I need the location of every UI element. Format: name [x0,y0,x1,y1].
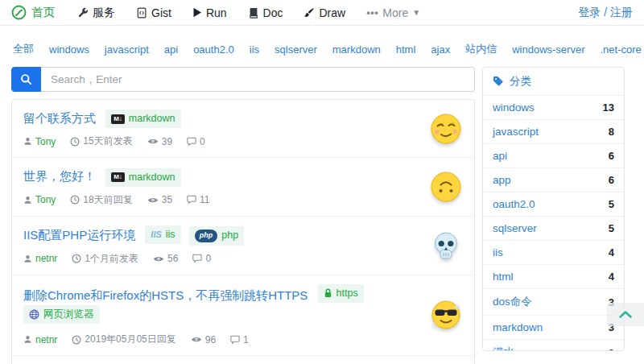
comments-count: 1 [243,334,249,345]
markdown-icon: M↓ [111,114,125,124]
tag-filter-bar: 全部 windows javascript api oauth2.0 iis s… [0,26,644,56]
badge-label: iis [166,227,175,242]
category-count: 4 [609,271,614,283]
home-brand-link[interactable]: 首页 [11,5,55,20]
tag-iis[interactable]: iis [250,43,259,56]
time-text: 15天前发表 [83,134,132,148]
tag-oauth2[interactable]: oauth2.0 [193,43,234,56]
tag-icon [493,76,504,87]
tag-windows[interactable]: windows [49,43,89,56]
categories-title: 分类 [510,74,531,89]
post-time: 1个月前发表 [72,252,138,266]
tag-all[interactable]: 全部 [13,42,34,56]
post-tag-https[interactable]: https [318,284,364,303]
avatar [429,113,463,145]
tag-api[interactable]: api [164,43,178,56]
post-row: Asp.Net MVC5 + EF6的项目发布到Linux上，基于Mono的Je… [12,356,474,364]
search-button[interactable] [11,67,41,92]
time-text: 1个月前发表 [85,252,138,266]
category-label: 灌水 [493,345,514,351]
post-comments: 0 [187,136,205,147]
nav-item-services[interactable]: 服务 [77,6,115,20]
sidebar-item-guanshui[interactable]: 灌水 3 [483,340,624,351]
author-name: netnr [35,253,57,264]
post-author[interactable]: Tony [23,136,56,147]
brush-icon [303,7,315,19]
sunglasses-face-emoji [430,299,462,331]
post-author[interactable]: netnr [23,253,57,264]
tag-windows-server[interactable]: windows-server [512,43,584,56]
tag-zhanneixin[interactable]: 站内信 [465,42,497,56]
post-tag-markdown[interactable]: M↓ markdown [105,110,180,128]
sidebar-item-oauth2[interactable]: oauth2.0 5 [483,192,624,217]
upside-down-face-emoji [430,171,462,203]
tag-netcore[interactable]: .net-core [600,43,641,56]
post-row: 删除Chrome和Firefox的HSTS，不再强制跳转HTTPS https [12,275,474,356]
login-register-link[interactable]: 登录 / 注册 [578,6,633,20]
category-label: windows [493,101,535,114]
nav-item-run[interactable]: Run [192,6,227,19]
sidebar-item-windows[interactable]: windows 13 [483,96,624,120]
post-tag-iis[interactable]: IIS iis [145,225,180,244]
posts-list: 留个联系方式 M↓ markdown Tony 15天 [11,99,475,364]
smirk-face-emoji [430,113,462,145]
category-count: 5 [609,198,614,210]
category-label: sqlserver [493,222,537,234]
badge-label: php [221,228,238,243]
search-bar [11,67,475,92]
sidebar-item-iis[interactable]: iis 4 [483,241,624,265]
views-count: 56 [167,253,178,264]
time-text: 2019年05月05日回复 [85,333,175,346]
comments-count: 0 [205,253,211,264]
sidebar-item-javascript[interactable]: javascript 8 [483,120,624,144]
post-tag-markdown[interactable]: M↓ markdown [105,168,180,187]
post-row: 世界，您好！ M↓ markdown Tony 18天 [12,158,474,216]
tag-javascript[interactable]: javascript [105,43,149,56]
sidebar-item-api[interactable]: api 6 [483,144,624,168]
comments-count: 11 [200,194,209,205]
search-input[interactable] [41,67,475,92]
sidebar-item-markdown[interactable]: markdown 3 [483,316,624,340]
tag-html[interactable]: html [396,43,416,56]
search-icon [20,73,32,85]
nav-item-doc[interactable]: Doc [248,6,283,19]
navbar: 首页 服务 Gist Run Doc [0,0,644,26]
badge-label: https [336,286,358,301]
back-to-top-button[interactable] [607,303,644,326]
post-row: 留个联系方式 M↓ markdown Tony 15天 [12,100,474,158]
badge-label: markdown [129,111,175,126]
wrench-icon [77,7,89,19]
tag-ajax[interactable]: ajax [431,43,450,56]
nav-label: Draw [319,6,345,19]
person-icon [23,196,32,205]
sidebar-item-app[interactable]: app 6 [483,168,624,192]
post-tag-browser[interactable]: 网页浏览器 [23,305,100,324]
post-tag-php[interactable]: php php [189,226,244,245]
views-count: 39 [162,136,172,147]
iis-icon: IIS [151,228,161,242]
post-title-link[interactable]: IIS配置PHP运行环境 [23,228,135,242]
post-comments: 0 [192,253,211,264]
views-count: 96 [205,334,216,345]
post-author[interactable]: netnr [23,334,57,345]
sidebar-item-dos[interactable]: dos命令 3 [483,289,624,316]
post-title-link[interactable]: 删除Chrome和Firefox的HSTS，不再强制跳转HTTPS [23,288,308,302]
person-icon [23,254,32,263]
nav-item-more[interactable]: ••• More ▼ [366,6,420,19]
category-label: oauth2.0 [493,198,535,210]
category-label: iis [493,246,503,259]
post-author[interactable]: Tony [23,194,56,205]
post-title-link[interactable]: 留个联系方式 [23,111,96,125]
avatar [429,299,463,331]
comments-count: 0 [200,136,205,147]
post-title-link[interactable]: 世界，您好！ [23,169,96,183]
play-icon [192,7,202,18]
eye-icon [147,137,159,146]
sidebar-item-sqlserver[interactable]: sqlserver 5 [483,217,624,241]
comment-icon [187,137,196,147]
sidebar-item-html[interactable]: html 4 [483,265,624,289]
tag-sqlserver[interactable]: sqlserver [275,43,317,56]
nav-item-gist[interactable]: Gist [136,6,171,19]
nav-item-draw[interactable]: Draw [303,6,345,19]
tag-markdown[interactable]: markdown [332,43,381,56]
